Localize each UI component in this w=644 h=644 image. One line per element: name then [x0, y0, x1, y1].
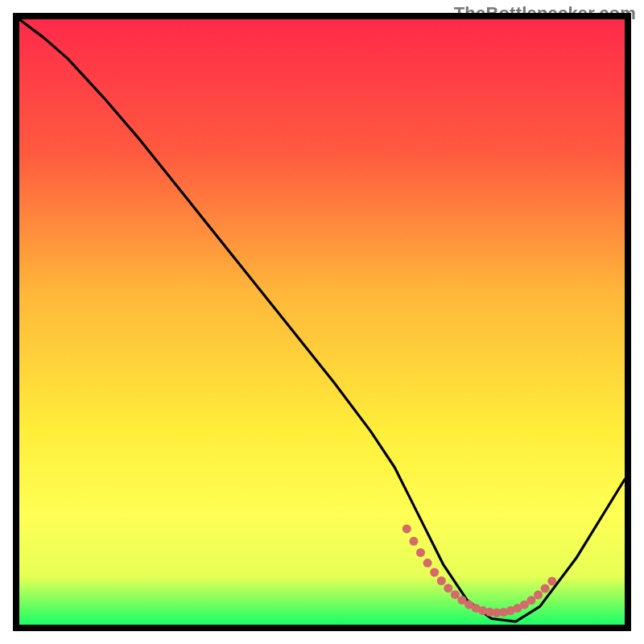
plot-gradient-bg: [19, 19, 625, 625]
valley-bead: [534, 591, 543, 600]
valley-bead: [444, 584, 452, 592]
bottleneck-chart: [0, 0, 644, 644]
valley-bead: [402, 524, 411, 533]
valley-bead: [527, 596, 536, 605]
valley-bead: [451, 590, 460, 599]
chart-container: TheBottlenecker.com: [0, 0, 644, 644]
valley-bead: [430, 568, 439, 577]
valley-bead: [423, 559, 432, 568]
valley-bead: [437, 576, 446, 585]
valley-bead: [416, 548, 425, 557]
valley-bead: [547, 576, 556, 585]
valley-bead: [409, 537, 418, 546]
valley-bead: [541, 584, 550, 593]
